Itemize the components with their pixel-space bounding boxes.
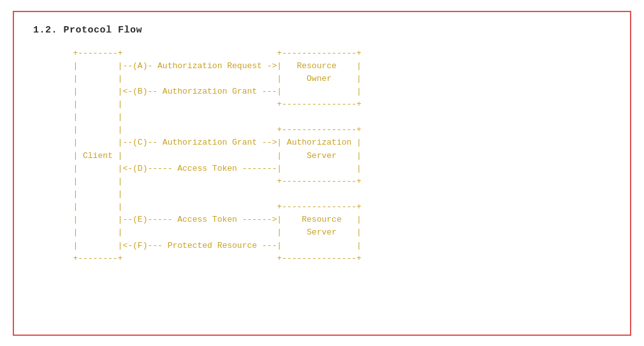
flow-diagram: +--------+ +---------------+ | |--(A)- A… (33, 47, 362, 265)
diagram-area: +--------+ +---------------+ | |--(A)- A… (33, 47, 611, 321)
section-title: 1.2. Protocol Flow (33, 25, 611, 36)
outer-container: 1.2. Protocol Flow +--------+ +---------… (13, 11, 631, 336)
